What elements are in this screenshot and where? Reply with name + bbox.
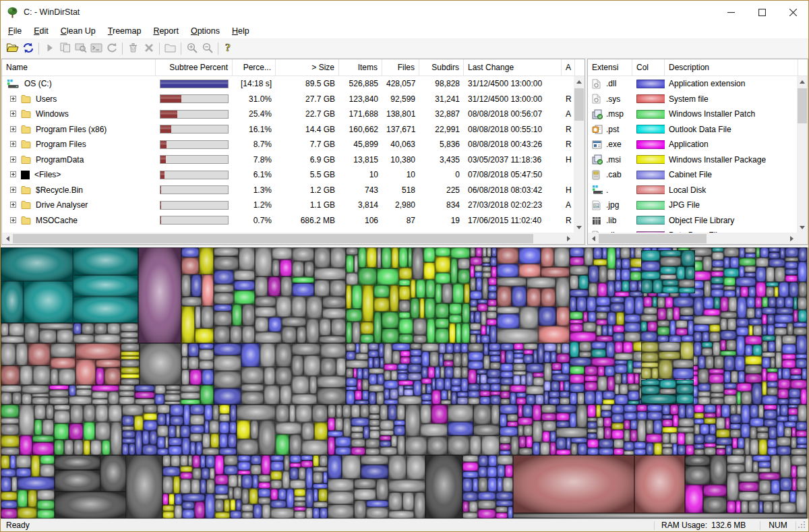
folder-icon (21, 155, 31, 165)
expand-icon[interactable] (10, 125, 16, 134)
size-cell: 27.7 GB (276, 94, 339, 104)
column-header-subtree-percent[interactable]: Subtree Percent (156, 59, 233, 76)
menu-item-file[interactable]: File (2, 25, 28, 37)
folder-icon (21, 94, 31, 104)
scroll-down-icon[interactable] (797, 222, 808, 233)
maximize-button[interactable] (746, 1, 777, 24)
extension-horizontal-scrollbar[interactable] (588, 233, 797, 244)
open-button[interactable] (5, 41, 20, 57)
menu-item-help[interactable]: Help (226, 25, 256, 37)
column-header-perce[interactable]: Perce... (233, 59, 276, 76)
minimize-button[interactable] (715, 1, 746, 24)
files-cell: 428,057 (382, 79, 419, 88)
menu-item-treemap[interactable]: Treemap (102, 25, 148, 37)
dir-row-program-files[interactable]: Program Files8.7%7.7 GB45,89940,0635,836… (2, 137, 574, 152)
close-button[interactable] (777, 1, 808, 24)
ext-row-cab[interactable]: .cabCabinet File (588, 167, 797, 183)
dir-row-os-c[interactable]: OS (C:)[14:18 s]89.5 GB526,885428,05798,… (2, 76, 574, 92)
subdirs-cell: 32,887 (419, 109, 464, 119)
column-header-last-change[interactable]: Last Change (464, 59, 562, 76)
toolbar-separator (159, 42, 160, 55)
name-cell: Users (2, 94, 156, 104)
column-header-extensi[interactable]: Extensi (588, 59, 632, 76)
menu-item-report[interactable]: Report (147, 25, 185, 37)
dir-row-recycle-bin[interactable]: $Recycle.Bin1.3%1.2 GB74351822506/08/201… (2, 183, 574, 198)
column-header-a[interactable]: A (562, 59, 575, 76)
delete-permanently-button[interactable] (141, 41, 156, 57)
dir-row-programdata[interactable]: ProgramData7.8%6.9 GB13,81510,3803,43503… (2, 152, 574, 168)
extension-vertical-scrollbar[interactable] (797, 76, 808, 233)
extension-name: .cab (606, 170, 622, 179)
expand-icon[interactable] (10, 170, 16, 179)
copy-icon (60, 42, 71, 55)
ext-row-exe[interactable]: .exeApplication (588, 137, 797, 152)
scroll-down-icon[interactable] (574, 222, 585, 233)
scroll-up-icon[interactable] (797, 76, 808, 87)
expand-icon[interactable] (10, 140, 16, 149)
expand-icon[interactable] (10, 200, 16, 210)
delete-to-recycle-bin-button[interactable] (125, 41, 141, 57)
column-header-name[interactable]: Name (2, 59, 156, 76)
scroll-up-icon[interactable] (574, 76, 585, 87)
scroll-right-icon[interactable] (563, 233, 574, 244)
menu-item-clean-up[interactable]: Clean Up (55, 25, 102, 37)
scrollbar-thumb[interactable] (798, 88, 807, 123)
ext-row-msp[interactable]: .mspWindows Installer Patch (588, 107, 797, 122)
panels-row: NameSubtree PercentPerce...> SizeItemsFi… (1, 59, 808, 245)
open-folder-icon (6, 42, 19, 55)
expand-icon[interactable] (10, 216, 16, 225)
create-folder-button[interactable] (162, 41, 178, 57)
copy-path-button[interactable] (57, 41, 73, 57)
expand-icon[interactable] (10, 109, 16, 119)
ext-row-local-disk[interactable]: .Local Disk (588, 183, 797, 198)
directory-vertical-scrollbar[interactable] (574, 76, 585, 233)
open-explorer-button[interactable] (73, 41, 88, 57)
scrollbar-thumb[interactable] (574, 88, 584, 121)
expand-icon[interactable] (10, 94, 16, 104)
ext-row-lib[interactable]: .libObject File Library (588, 213, 797, 229)
scrollbar-thumb[interactable] (13, 234, 533, 243)
zoom-out-button[interactable] (200, 41, 215, 57)
extension-name: .sys (606, 94, 620, 104)
scroll-right-icon[interactable] (786, 233, 797, 244)
scrollbar-thumb[interactable] (599, 234, 707, 243)
resize-grip[interactable] (796, 519, 808, 531)
dir-row-users[interactable]: Users31.0%27.7 GB123,84092,59931,24131/1… (2, 92, 574, 107)
resume-button[interactable] (42, 41, 57, 57)
ram-usage-label: RAM Usage: (655, 521, 711, 530)
column-header-description[interactable]: Description (665, 59, 798, 76)
toolbar-separator (181, 42, 181, 55)
color-cell (632, 140, 665, 149)
column-header-items[interactable]: Items (339, 59, 382, 76)
column-header-col[interactable]: Col (632, 59, 665, 76)
dir-row-drive-analyser[interactable]: Drive Analyser1.2%1.1 GB3,8142,98083427/… (2, 198, 574, 213)
dir-row-files[interactable]: <Files>6.1%5.5 GB1010007/08/2018 05:47:5… (2, 167, 574, 183)
refresh-all-button[interactable] (20, 41, 36, 57)
dir-row-msocache[interactable]: MSOCache0.7%686.2 MB106871917/06/2015 11… (2, 213, 574, 229)
help-button[interactable]: ? (221, 41, 237, 57)
ext-row-sys[interactable]: .sysSystem file (588, 92, 797, 107)
ext-row-db[interactable]: .dbData Base File (588, 228, 797, 233)
column-header-files[interactable]: Files (382, 59, 419, 76)
zoom-in-button[interactable] (184, 41, 200, 57)
refresh-selected-button[interactable] (104, 41, 119, 57)
scroll-left-icon[interactable] (588, 233, 599, 244)
expand-icon[interactable] (10, 185, 16, 195)
menu-item-options[interactable]: Options (185, 25, 226, 37)
ext-row-jpg[interactable]: .jpgJPG File (588, 198, 797, 213)
ext-row-pst[interactable]: .pstOutlook Data File (588, 122, 797, 138)
column-header-subdirs[interactable]: Subdirs (419, 59, 464, 76)
expand-icon[interactable] (10, 155, 16, 165)
dir-row-program-files-x86[interactable]: Program Files (x86)16.1%14.4 GB160,66213… (2, 122, 574, 138)
open-command-prompt-button[interactable] (88, 41, 104, 57)
scroll-left-icon[interactable] (2, 233, 13, 244)
treemap-canvas[interactable] (1, 247, 808, 519)
column-header-size[interactable]: > Size (276, 59, 339, 76)
ext-row-dll[interactable]: .dllApplication extension (588, 76, 797, 92)
menu-item-edit[interactable]: Edit (28, 25, 55, 37)
files-black-icon (21, 171, 30, 179)
menu-bar: FileEditClean UpTreemapReportOptionsHelp (1, 24, 808, 39)
directory-horizontal-scrollbar[interactable] (2, 233, 574, 244)
ext-row-msi[interactable]: .msiWindows Installer Package (588, 152, 797, 168)
dir-row-windows[interactable]: Windows25.4%22.7 GB171,688138,80132,8870… (2, 107, 574, 122)
